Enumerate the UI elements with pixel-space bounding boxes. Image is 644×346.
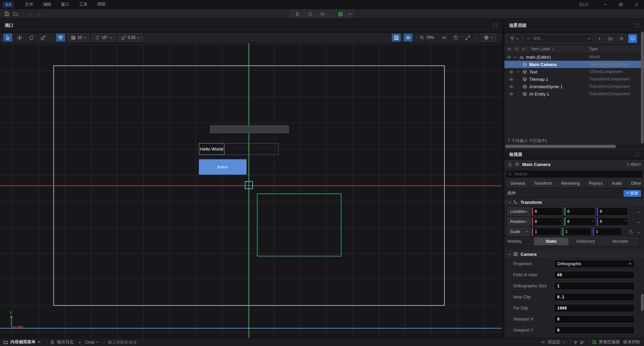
filter-dropdown[interactable]: [506, 34, 522, 43]
tilemap-bounds-rect[interactable]: [257, 193, 341, 256]
close-button[interactable]: [629, 0, 644, 9]
link-axes-icon[interactable]: ↔: [636, 209, 641, 214]
rotation-x-field[interactable]: [532, 218, 563, 226]
viewport-expand-icon[interactable]: [493, 23, 497, 27]
location-dropdown[interactable]: Location: [507, 208, 530, 216]
scale-z-field[interactable]: [593, 228, 622, 236]
mobility-static-option[interactable]: Static: [534, 237, 569, 245]
content-drawer-button[interactable]: 内容侧滑菜单: [3, 339, 40, 345]
menu-file[interactable]: 文件: [21, 0, 37, 9]
viewport-world-dropdown[interactable]: [481, 34, 496, 42]
hierarchy-expand-icon[interactable]: [635, 23, 639, 27]
app-logo[interactable]: ES: [3, 1, 14, 8]
hierarchy-search-input[interactable]: [533, 36, 586, 41]
console-command-input[interactable]: [108, 340, 168, 345]
column-type[interactable]: Type: [589, 47, 598, 51]
add-entity-button[interactable]: [595, 34, 604, 43]
zoom-level[interactable]: 79%: [426, 35, 434, 40]
scene-canvas[interactable]: Hello World Button y x: [0, 43, 502, 338]
console-input-area[interactable]: [103, 340, 168, 345]
expand-chevron-icon[interactable]: [516, 70, 519, 72]
save-status[interactable]: 所有已保存: [592, 339, 620, 345]
stop-button[interactable]: [306, 10, 315, 18]
tree-row-world[interactable]: main (Editor) World: [504, 53, 644, 61]
location-y-field[interactable]: [565, 208, 595, 216]
tab-rendering[interactable]: Rendering: [558, 180, 583, 187]
unlock-icon[interactable]: [508, 162, 512, 167]
tree-row-main-camera[interactable]: Main Camera TransformComponent: [504, 61, 644, 68]
button-widget[interactable]: Button: [199, 159, 247, 175]
rotation-dropdown[interactable]: Rotation: [507, 218, 530, 226]
mobility-stationary-option[interactable]: Stationary: [569, 237, 603, 245]
transform-section-header[interactable]: Transform: [504, 198, 644, 207]
run-mode-globe-button[interactable]: [336, 10, 345, 18]
field-of-view-field[interactable]: [554, 271, 635, 279]
reset-view-button[interactable]: [451, 34, 461, 42]
rotate-tool-button[interactable]: [27, 34, 36, 42]
tree-row-text[interactable]: Text UITextComponent: [504, 68, 644, 75]
scale-x-field[interactable]: [532, 228, 561, 236]
undo-button[interactable]: [25, 10, 34, 18]
fullscreen-button[interactable]: [463, 34, 472, 42]
stats-button[interactable]: [440, 34, 449, 42]
location-z-field[interactable]: [597, 208, 628, 216]
viewport-x-field[interactable]: [554, 315, 635, 323]
object-settings-gear-icon[interactable]: [515, 162, 520, 167]
camera-section-header[interactable]: Camera: [504, 250, 644, 258]
inspector-vertical-scrollbar[interactable]: [641, 294, 644, 311]
tree-row-ai-entity[interactable]: AI Entity 1 TransformComponent: [504, 90, 644, 98]
select-tool-button[interactable]: [3, 34, 12, 42]
text-widget-bounds[interactable]: Hello World: [199, 143, 278, 155]
rotation-snap-dropdown[interactable]: 15°: [92, 34, 115, 42]
visibility-toggle-button[interactable]: [404, 34, 413, 42]
column-item-label[interactable]: Item Label: [531, 47, 550, 51]
inspector-expand-icon[interactable]: [635, 152, 639, 157]
favorite-column-icon[interactable]: [515, 47, 519, 51]
tab-physics[interactable]: Physics: [585, 180, 606, 187]
far-clip-field[interactable]: [554, 304, 635, 312]
menu-help[interactable]: 帮助: [94, 0, 109, 9]
tree-row-animatedsprite[interactable]: AnimatedSprite 1 TransformComponent: [504, 83, 644, 90]
redo-button[interactable]: [34, 10, 43, 18]
link-axes-icon[interactable]: ↔: [636, 229, 641, 234]
add-folder-button[interactable]: [606, 34, 615, 43]
panel-widget[interactable]: [210, 125, 289, 133]
tab-general[interactable]: General: [507, 180, 528, 187]
snap-toggle-button[interactable]: [56, 34, 65, 42]
trace-dropdown[interactable]: 回追踪: [541, 339, 565, 345]
selection-gizmo[interactable]: [245, 181, 253, 189]
grid-toggle-button[interactable]: [392, 34, 401, 42]
grid-snap-dropdown[interactable]: 10: [68, 34, 89, 42]
view-mode-button[interactable]: [628, 34, 637, 43]
uniform-scale-unlock-icon[interactable]: [629, 229, 633, 234]
hierarchy-vertical-scrollbar[interactable]: [641, 32, 644, 146]
inspector-search[interactable]: [505, 170, 643, 178]
collapse-chevron-icon[interactable]: [514, 55, 516, 58]
menu-edit[interactable]: 编辑: [40, 0, 55, 9]
hierarchy-search[interactable]: [524, 34, 593, 43]
tab-audio[interactable]: Audio: [608, 180, 626, 187]
output-log-button[interactable]: 输出日志: [50, 339, 74, 345]
mobility-movable-option[interactable]: Movable: [603, 237, 638, 245]
source-control-branch-button[interactable]: [580, 340, 585, 345]
hierarchy-horizontal-scrollbar[interactable]: [505, 145, 643, 148]
move-tool-button[interactable]: [15, 34, 24, 42]
minimize-button[interactable]: [598, 0, 613, 9]
link-axes-icon[interactable]: ↔: [636, 219, 641, 224]
scale-snap-dropdown[interactable]: 0.25: [118, 34, 143, 42]
network-status-button[interactable]: [573, 340, 578, 345]
visibility-column-icon[interactable]: [507, 47, 512, 51]
rotation-y-field[interactable]: [565, 218, 595, 226]
tree-row-tilemap[interactable]: Tilemap 1 TransformComponent: [504, 75, 644, 83]
viewport-y-field[interactable]: [554, 326, 635, 334]
inspector-search-input[interactable]: [514, 172, 641, 176]
orthographic-size-field[interactable]: [554, 282, 635, 290]
add-component-button[interactable]: + 添加: [624, 190, 641, 197]
projection-dropdown[interactable]: Orthographic: [554, 260, 635, 268]
play-button[interactable]: [293, 10, 302, 18]
scale-dropdown[interactable]: Scale: [507, 228, 530, 236]
tab-transform[interactable]: Transform: [531, 180, 555, 187]
run-mode-chevron-icon[interactable]: [348, 12, 351, 15]
maximize-button[interactable]: [613, 0, 629, 9]
text-widget[interactable]: Hello World: [199, 143, 224, 155]
